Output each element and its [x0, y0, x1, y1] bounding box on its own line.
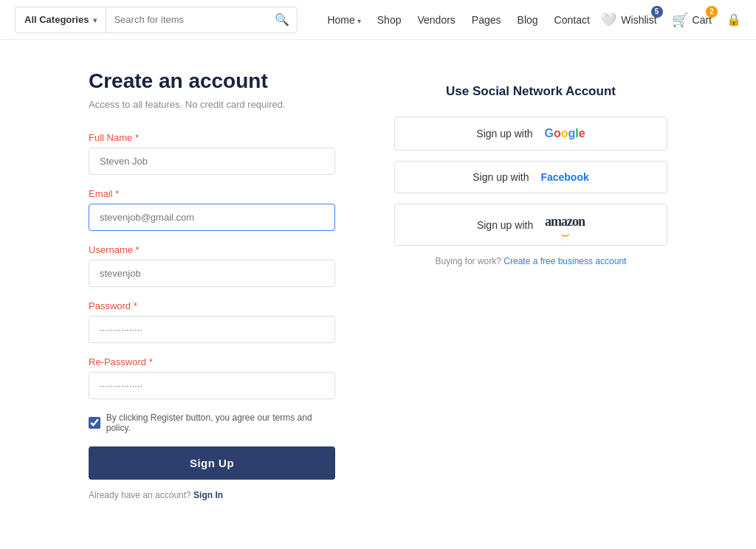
nav-contact[interactable]: Contact — [554, 14, 590, 26]
social-title: Use Social Network Account — [394, 84, 667, 99]
fullname-group: Full Name * — [89, 132, 335, 175]
amazon-signup-button[interactable]: Sign up with amazon ⌣ — [394, 204, 667, 246]
page-title: Create an account — [89, 69, 335, 93]
terms-row: By clicking Register button, you agree o… — [89, 412, 335, 433]
facebook-signup-text: Sign up with — [472, 171, 529, 183]
business-account-text: Buying for work? Create a free business … — [394, 256, 667, 266]
password-label: Password * — [89, 300, 335, 311]
header-left: All Categories 🔍 — [15, 7, 298, 33]
nav-vendors[interactable]: Vendors — [417, 14, 455, 26]
main-content: Create an account Access to all features… — [0, 40, 756, 530]
amazon-signup-text: Sign up with — [477, 219, 533, 231]
already-account-text: Already have an account? Sign In — [89, 490, 335, 500]
username-group: Username * — [89, 244, 335, 287]
terms-label: By clicking Register button, you agree o… — [106, 412, 335, 433]
header: All Categories 🔍 Home Shop Vendors Pages… — [0, 0, 756, 40]
email-input[interactable] — [89, 204, 335, 231]
cart-icon: 🛒 — [672, 12, 688, 28]
fullname-input[interactable] — [89, 148, 335, 175]
cart-badge: 2 — [706, 6, 718, 18]
search-icon[interactable]: 🔍 — [275, 13, 289, 27]
registration-form-section: Create an account Access to all features… — [89, 69, 335, 500]
google-logo-icon: Google — [545, 127, 585, 140]
email-group: Email * — [89, 188, 335, 231]
cart-button[interactable]: 🛒 2 Cart — [672, 12, 712, 28]
chevron-down-icon — [357, 14, 361, 26]
wishlist-label: Wishlist — [621, 14, 656, 26]
nav-blog[interactable]: Blog — [518, 14, 538, 26]
facebook-signup-button[interactable]: Sign up with Facebook — [394, 161, 667, 193]
password-group: Password * — [89, 300, 335, 343]
all-categories-dropdown[interactable]: All Categories — [15, 7, 106, 33]
nav-home[interactable]: Home — [327, 14, 360, 26]
business-account-link[interactable]: Create a free business account — [504, 256, 626, 266]
repassword-group: Re-Password * — [89, 356, 335, 399]
username-label: Username * — [89, 244, 335, 255]
nav-pages[interactable]: Pages — [472, 14, 501, 26]
facebook-logo-icon: Facebook — [540, 171, 588, 183]
google-signup-button[interactable]: Sign up with Google — [394, 117, 667, 151]
amazon-logo-icon: amazon ⌣ — [545, 214, 585, 235]
terms-checkbox[interactable] — [89, 417, 100, 429]
search-input[interactable] — [114, 14, 269, 25]
all-categories-label: All Categories — [24, 14, 89, 25]
chevron-down-icon — [93, 14, 97, 25]
repassword-label: Re-Password * — [89, 356, 335, 367]
account-button[interactable]: 🔒 — [726, 13, 741, 27]
main-nav: Home Shop Vendors Pages Blog Contact — [327, 14, 600, 26]
lock-icon: 🔒 — [726, 13, 741, 27]
fullname-label: Full Name * — [89, 132, 335, 143]
signup-button[interactable]: Sign Up — [89, 446, 335, 480]
username-input[interactable] — [89, 260, 335, 287]
password-input[interactable] — [89, 316, 335, 343]
nav-shop[interactable]: Shop — [377, 14, 402, 26]
wishlist-button[interactable]: 🤍 5 Wishlist — [600, 12, 656, 28]
social-section: Use Social Network Account Sign up with … — [394, 69, 667, 500]
search-bar: 🔍 — [106, 7, 298, 33]
signin-link[interactable]: Sign In — [193, 490, 223, 500]
heart-icon: 🤍 — [600, 12, 616, 28]
repassword-input[interactable] — [89, 372, 335, 399]
page-subtitle: Access to all features. No credit card r… — [89, 99, 335, 110]
email-label: Email * — [89, 188, 335, 199]
header-actions: 🤍 5 Wishlist 🛒 2 Cart 🔒 — [600, 12, 741, 28]
google-signup-text: Sign up with — [476, 128, 532, 139]
wishlist-badge: 5 — [651, 6, 663, 18]
